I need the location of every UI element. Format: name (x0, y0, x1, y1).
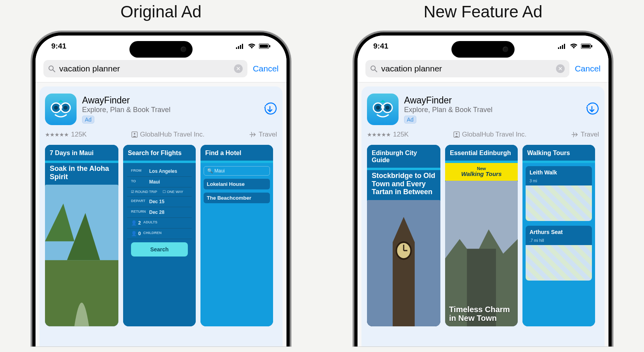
category-name: Travel (258, 131, 277, 139)
search-icon (370, 65, 377, 72)
developer-name: GlobalHub Travel Inc. (462, 131, 526, 139)
search-row: vacation planner ✕ Cancel (36, 57, 286, 82)
svg-point-11 (54, 106, 58, 110)
battery-icon (581, 43, 593, 49)
ratings: ★★★★★125K (45, 131, 87, 139)
ad-badge: Ad (404, 116, 416, 124)
screenshot-strip[interactable]: 7 Days in Maui Soak in the Aloha Spirit … (45, 145, 277, 326)
category: Travel (571, 131, 599, 139)
shot3-title: Find a Hotel (200, 145, 273, 161)
right-label: New Feature Ad (423, 2, 542, 21)
developer-name: GlobalHub Travel Inc. (140, 131, 204, 139)
svg-line-31 (375, 70, 377, 72)
shot3-hotel1: Lokelani House (204, 179, 270, 189)
svg-rect-6 (269, 45, 270, 47)
screenshot-3[interactable]: Walking Tours Leith Walk 3 mi Arthurs Se… (522, 145, 595, 326)
cancel-button[interactable]: Cancel (253, 64, 279, 73)
cancel-button[interactable]: Cancel (575, 64, 601, 73)
shot2-title: Search for Flights (123, 145, 196, 161)
developer-icon (131, 131, 138, 138)
app-subtitle: Explore, Plan & Book Travel (82, 106, 257, 114)
clear-icon[interactable]: ✕ (234, 64, 243, 73)
shot2-banner: New Walking Tours (445, 163, 518, 181)
shot2-search-button: Search (131, 242, 188, 257)
svg-rect-23 (558, 47, 559, 49)
screenshot-3[interactable]: Find a Hotel 🔍 Maui Lokelani House The B… (200, 145, 273, 326)
status-time: 9:41 (373, 42, 388, 51)
ad-result-card[interactable]: AwayFinder Explore, Plan & Book Travel A… (39, 86, 283, 346)
ratings-count: 125K (393, 131, 409, 139)
cellular-icon (558, 43, 567, 49)
shot1-subtitle: Stockbridge to Old Town and Every Tartan… (367, 170, 440, 200)
shot1-image (367, 200, 440, 326)
clear-icon[interactable]: ✕ (556, 64, 565, 73)
shot3-place2: Arthurs Seat .7 mi hill (526, 226, 592, 281)
ad-result-card[interactable]: AwayFinder Explore, Plan & Book Travel A… (361, 86, 605, 346)
shot1-image (45, 185, 118, 326)
place2-map (526, 245, 592, 281)
left-column: Original Ad 9:41 vacation planner (0, 0, 322, 352)
svg-rect-0 (236, 47, 237, 49)
svg-point-38 (456, 133, 457, 135)
app-name: AwayFinder (82, 95, 257, 106)
star-icons: ★★★★★ (45, 131, 69, 138)
screenshot-1[interactable]: 7 Days in Maui Soak in the Aloha Spirit (45, 145, 118, 326)
shot2-overlay: Timeless Charm in New Town (449, 305, 518, 322)
svg-line-8 (53, 70, 55, 72)
ratings-count: 125K (71, 131, 87, 139)
download-icon[interactable] (263, 102, 277, 116)
svg-rect-5 (260, 45, 268, 48)
svg-rect-25 (562, 45, 563, 49)
ratings: ★★★★★125K (367, 131, 409, 139)
search-input[interactable]: vacation planner ✕ (43, 60, 247, 77)
screenshot-strip[interactable]: Edinburgh City Guide Stockbridge to Old … (367, 145, 599, 326)
svg-rect-1 (238, 46, 239, 49)
ad-badge: Ad (82, 116, 94, 124)
search-text: vacation planner (381, 64, 552, 73)
plane-icon (249, 131, 256, 138)
svg-rect-24 (560, 46, 561, 49)
svg-rect-3 (242, 44, 243, 49)
app-info: AwayFinder Explore, Plan & Book Travel A… (404, 95, 579, 124)
shot2-form: FROMLos Angeles TOMaui ☑ ROUND TRIP☐ ONE… (123, 163, 196, 326)
wifi-icon (570, 43, 578, 49)
dynamic-island (451, 41, 515, 58)
comparison-stage: Original Ad 9:41 vacation planner (0, 0, 644, 352)
shot3-body: 🔍 Maui Lokelani House The Beachcomber (200, 163, 273, 326)
svg-rect-28 (582, 45, 590, 48)
shot3-body: Leith Walk 3 mi Arthurs Seat .7 mi hill (522, 163, 595, 326)
shot1-title: Edinburgh City Guide (367, 145, 440, 168)
app-header: AwayFinder Explore, Plan & Book Travel A… (45, 94, 277, 125)
category-name: Travel (580, 131, 599, 139)
phone-frame-left: 9:41 vacation planner ✕ Cancel (31, 31, 291, 346)
app-subtitle: Explore, Plan & Book Travel (404, 106, 579, 114)
download-icon[interactable] (585, 102, 599, 116)
svg-rect-36 (381, 106, 384, 109)
place1-map (526, 185, 592, 221)
svg-rect-13 (59, 106, 62, 109)
plane-icon (571, 131, 578, 138)
svg-point-12 (64, 106, 67, 110)
category: Travel (249, 131, 277, 139)
screen-left: 9:41 vacation planner ✕ Cancel (36, 36, 286, 346)
shot3-search: 🔍 Maui (204, 166, 270, 176)
cellular-icon (236, 43, 245, 49)
shot3-place1: Leith Walk 3 mi (526, 166, 592, 221)
screenshot-2[interactable]: Essential Edinburgh New Walking Tours Ti… (445, 145, 518, 326)
app-icon[interactable] (45, 94, 77, 125)
svg-rect-2 (240, 45, 241, 49)
developer: GlobalHub Travel Inc. (131, 131, 204, 139)
phone-frame-right: 9:41 vacation planner ✕ Cancel (353, 31, 613, 346)
search-text: vacation planner (59, 64, 230, 73)
screenshot-1[interactable]: Edinburgh City Guide Stockbridge to Old … (367, 145, 440, 326)
search-icon (48, 65, 55, 72)
svg-rect-26 (564, 44, 565, 49)
screenshot-2[interactable]: Search for Flights FROMLos Angeles TOMau… (123, 145, 196, 326)
svg-point-15 (134, 133, 135, 135)
app-meta-row: ★★★★★125K GlobalHub Travel Inc. Travel (45, 131, 277, 139)
app-icon[interactable] (367, 94, 399, 125)
app-name: AwayFinder (404, 95, 579, 106)
search-input[interactable]: vacation planner ✕ (365, 60, 569, 77)
app-meta-row: ★★★★★125K GlobalHub Travel Inc. Travel (367, 131, 599, 139)
shot2-title: Essential Edinburgh (445, 145, 518, 161)
